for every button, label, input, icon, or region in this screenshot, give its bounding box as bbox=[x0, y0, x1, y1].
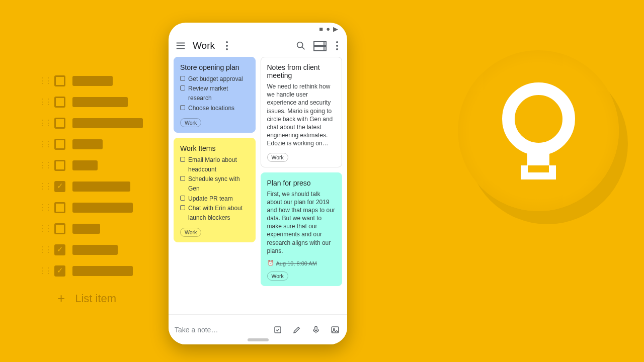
drag-handle-icon bbox=[38, 182, 47, 191]
checkbox-icon bbox=[54, 139, 65, 150]
checklist-item-label: Get budget approval bbox=[188, 74, 243, 84]
drag-handle-icon bbox=[38, 224, 47, 233]
svg-point-8 bbox=[334, 328, 335, 329]
checklist-item-label: Choose locations bbox=[188, 104, 234, 113]
drag-handle-icon bbox=[38, 76, 47, 85]
note-tag[interactable]: Work bbox=[267, 153, 288, 162]
pinned-overflow-icon[interactable] bbox=[221, 41, 233, 50]
note-card[interactable]: Plan for presoFirst, we should talk abou… bbox=[261, 172, 343, 287]
checkbox-icon[interactable] bbox=[180, 157, 185, 162]
placeholder-bar bbox=[72, 224, 100, 234]
checkbox-icon[interactable] bbox=[180, 76, 185, 81]
new-drawing-icon[interactable] bbox=[291, 324, 303, 336]
checklist-item[interactable]: Email Mario about headcount bbox=[180, 155, 249, 174]
note-checklist: Get budget approvalReview market researc… bbox=[180, 74, 249, 113]
decorative-list-row bbox=[38, 97, 143, 108]
decorative-list-row bbox=[38, 139, 143, 150]
menu-icon[interactable] bbox=[175, 40, 187, 52]
note-body: We need to rethink how we handle user ex… bbox=[267, 82, 336, 148]
decorative-list-row bbox=[38, 265, 143, 277]
checkbox-icon[interactable] bbox=[180, 205, 185, 210]
checkbox-icon bbox=[54, 160, 65, 171]
decorative-checklist: +List item bbox=[38, 75, 143, 306]
checklist-item-label: Review market research bbox=[188, 84, 249, 103]
checklist-item-label: Email Mario about headcount bbox=[188, 155, 249, 174]
checklist-item[interactable]: Schedule sync with Gen bbox=[180, 174, 249, 194]
drag-handle-icon bbox=[38, 140, 47, 149]
status-circle-icon: ● bbox=[326, 25, 330, 33]
note-tag[interactable]: Work bbox=[180, 228, 201, 237]
drag-handle-icon bbox=[38, 161, 47, 170]
checkbox-icon bbox=[54, 202, 65, 213]
checklist-item-label: Update PR team bbox=[188, 194, 233, 204]
note-card[interactable]: Notes from client meetingWe need to reth… bbox=[261, 57, 343, 167]
checkbox-icon bbox=[54, 265, 65, 277]
checkbox-icon[interactable] bbox=[180, 105, 185, 110]
svg-line-4 bbox=[302, 47, 304, 49]
status-bar: ■ ● ▶ bbox=[169, 23, 347, 35]
decorative-list-row bbox=[38, 75, 143, 86]
take-a-note-input[interactable]: Take a note… bbox=[175, 326, 272, 334]
status-square-icon: ■ bbox=[319, 25, 323, 33]
checkbox-icon bbox=[54, 97, 65, 108]
app-topbar: Work bbox=[169, 35, 347, 57]
new-audio-icon[interactable] bbox=[310, 324, 322, 336]
drag-handle-icon bbox=[38, 266, 47, 276]
note-title: Store opening plan bbox=[180, 63, 249, 71]
new-image-icon[interactable] bbox=[329, 324, 341, 336]
svg-rect-6 bbox=[315, 326, 317, 330]
checkbox-icon bbox=[54, 75, 65, 86]
checkbox-icon bbox=[54, 181, 65, 192]
decorative-list-row bbox=[38, 202, 143, 213]
checklist-item[interactable]: Review market research bbox=[180, 84, 249, 103]
placeholder-bar bbox=[72, 160, 98, 170]
note-title: Notes from client meeting bbox=[267, 63, 336, 79]
placeholder-bar bbox=[72, 97, 128, 107]
plus-icon: + bbox=[57, 291, 65, 306]
decorative-list-row bbox=[38, 244, 143, 255]
note-title: Plan for preso bbox=[267, 179, 336, 187]
status-triangle-icon: ▶ bbox=[333, 25, 338, 33]
note-card[interactable]: Store opening planGet budget approvalRev… bbox=[174, 57, 256, 133]
placeholder-bar bbox=[72, 203, 133, 213]
add-list-item: +List item bbox=[57, 291, 143, 306]
drag-handle-icon bbox=[38, 245, 47, 254]
checkbox-icon bbox=[54, 223, 65, 234]
svg-rect-5 bbox=[275, 327, 281, 333]
note-tag[interactable]: Work bbox=[267, 272, 288, 281]
checkbox-icon[interactable] bbox=[180, 85, 185, 90]
checklist-item[interactable]: Update PR team bbox=[180, 194, 249, 204]
note-reminder[interactable]: ⏰Aug 10, 8:00 AM bbox=[267, 260, 336, 266]
drag-handle-icon bbox=[38, 119, 47, 128]
reminder-time: Aug 10, 8:00 AM bbox=[276, 260, 317, 266]
phone-mockup: ■ ● ▶ Work Store opening planGet budget … bbox=[169, 23, 347, 344]
checklist-item[interactable]: Choose locations bbox=[180, 104, 249, 113]
checkbox-icon[interactable] bbox=[180, 176, 185, 181]
note-checklist: Email Mario about headcountSchedule sync… bbox=[180, 155, 249, 223]
note-tag[interactable]: Work bbox=[180, 118, 201, 127]
placeholder-bar bbox=[72, 118, 143, 128]
new-list-icon[interactable] bbox=[272, 324, 284, 336]
placeholder-bar bbox=[72, 245, 118, 255]
checklist-item-label: Schedule sync with Gen bbox=[188, 174, 249, 194]
checklist-item[interactable]: Get budget approval bbox=[180, 74, 249, 84]
placeholder-bar bbox=[72, 266, 133, 276]
placeholder-bar bbox=[72, 139, 103, 149]
home-indicator bbox=[248, 338, 269, 341]
decorative-list-row bbox=[38, 118, 143, 129]
placeholder-bar bbox=[72, 182, 130, 192]
note-body: First, we should talk about our plan for… bbox=[267, 190, 336, 255]
decorative-list-row bbox=[38, 223, 143, 234]
view-toggle-icon[interactable] bbox=[313, 40, 325, 52]
checkbox-icon[interactable] bbox=[180, 196, 185, 201]
placeholder-bar bbox=[72, 76, 113, 86]
overflow-menu-icon[interactable] bbox=[331, 41, 343, 50]
decorative-list-row bbox=[38, 181, 143, 192]
checklist-item[interactable]: Chat with Erin about launch blockers bbox=[180, 204, 249, 223]
checkbox-icon bbox=[54, 118, 65, 129]
note-title: Work Items bbox=[180, 144, 249, 152]
page-title: Work bbox=[193, 40, 215, 51]
notes-grid: Store opening planGet budget approvalRev… bbox=[169, 57, 347, 286]
search-icon[interactable] bbox=[295, 40, 307, 52]
note-card[interactable]: Work ItemsEmail Mario about headcountSch… bbox=[174, 138, 256, 242]
